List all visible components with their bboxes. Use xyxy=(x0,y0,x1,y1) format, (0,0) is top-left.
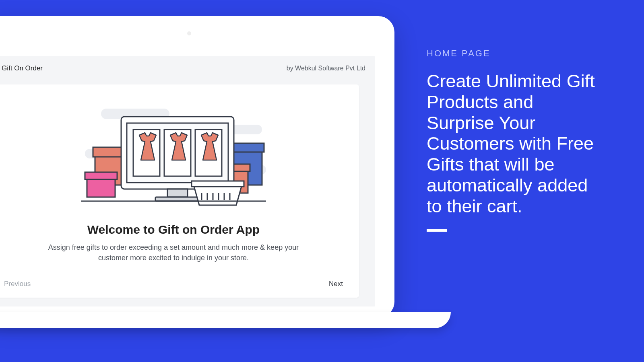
marketing-headline: Create Unlimited Gift Products and Surpr… xyxy=(427,71,596,216)
marketing-panel: HOME PAGE Create Unlimited Gift Products… xyxy=(427,48,596,232)
svg-rect-7 xyxy=(85,172,117,179)
svg-rect-14 xyxy=(167,189,188,197)
device-frame: Gift On Order by Webkul Software Pvt Ltd xyxy=(0,16,394,318)
device-base xyxy=(0,312,451,328)
app-topbar: Gift On Order by Webkul Software Pvt Ltd xyxy=(0,56,375,80)
vendor-label: by Webkul Software Pvt Ltd xyxy=(287,65,365,72)
onboarding-heading: Welcome to Gift on Order App xyxy=(4,223,343,237)
device-camera xyxy=(187,31,191,35)
app-title: Gift On Order xyxy=(2,64,43,72)
app-screen: Gift On Order by Webkul Software Pvt Ltd xyxy=(0,56,375,306)
marketing-eyebrow: HOME PAGE xyxy=(427,48,596,59)
onboarding-card: Welcome to Gift on Order App Assign free… xyxy=(0,84,359,298)
next-button[interactable]: Next xyxy=(329,280,343,288)
marketing-underline xyxy=(427,229,447,232)
previous-button: Previous xyxy=(4,280,31,288)
welcome-illustration xyxy=(77,101,270,213)
onboarding-subheading: Assign free gifts to order exceeding a s… xyxy=(41,242,306,263)
